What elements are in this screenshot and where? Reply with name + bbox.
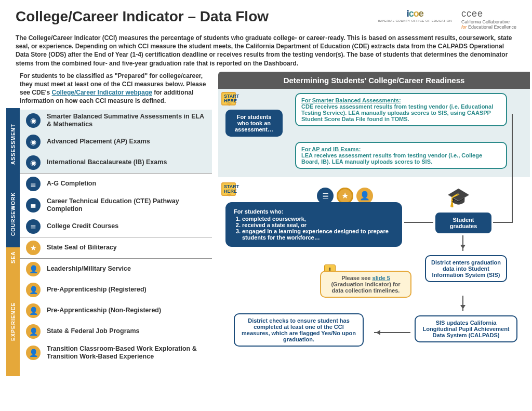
intro-paragraph: The College/Career Indicator (CCI) measu… — [0, 34, 532, 72]
gauge-icon: ◉ — [26, 155, 41, 170]
sba-box: For Smarter Balanced Assessments:CDE rec… — [295, 93, 507, 126]
assessment-label: ASSESSMENT — [6, 108, 20, 181]
gauge-icon: ◉ — [26, 113, 41, 128]
coursework-start-box: For students who: completed coursework, … — [225, 202, 402, 247]
left-intro: For students to be classified as "Prepar… — [20, 72, 212, 105]
list-item: ★State Seal of Biliteracy — [20, 237, 212, 258]
cci-webpage-link[interactable]: College/Career Indicator webpage — [52, 89, 152, 96]
list-item: 👤Leadership/Military Service — [20, 259, 212, 280]
person-icon: 👤 — [26, 283, 41, 297]
start-here-badge: START HERE — [221, 182, 236, 196]
list-item: ◉International Baccalaureate (IB) Exams — [20, 152, 212, 173]
ccee-logo: ccee California Collaborativefor Educati… — [461, 8, 516, 30]
logo-area: icoe IMPERIAL COUNTY OFFICE OF EDUCATION… — [378, 8, 516, 30]
list-item: ≣Career Technical Education (CTE) Pathwa… — [20, 194, 212, 216]
books-icon: ≣ — [317, 188, 334, 204]
start-here-badge: START HERE — [221, 92, 236, 105]
list-item: ≣College Credit Courses — [20, 216, 212, 237]
seal-icon: ★ — [26, 241, 41, 255]
assessment-start-box: For students who took an assessment… — [225, 110, 283, 137]
list-item: 👤Transition Classroom-Based Work Explora… — [20, 342, 212, 364]
person-icon: 👤 — [26, 303, 41, 318]
determining-header: Determining Students' College/Career Rea… — [218, 72, 530, 89]
arrow-down-icon — [462, 235, 463, 251]
books-icon: ≣ — [26, 198, 41, 213]
student-graduates-box: Student graduates — [435, 213, 491, 233]
sis-updates-box: SIS updates California Longitudinal Pupi… — [415, 315, 517, 342]
arrow-down-icon — [462, 296, 463, 311]
list-item: 👤Pre-Apprenticeship (Non-Registered) — [20, 300, 212, 321]
person-icon: 👤 — [26, 346, 41, 360]
page-title: College/Career Indicator – Data Flow — [16, 8, 378, 25]
ap-ib-box: For AP and IB Exams:LEA receives assessm… — [295, 142, 507, 169]
list-item: ◉Advanced Placement (AP) Exams — [20, 131, 212, 152]
seal-icon: ★ — [337, 188, 353, 204]
warning-box: Please see slide 5 (Graduation Indicator… — [320, 271, 411, 298]
experience-label: EXPERIENCE — [6, 267, 20, 376]
person-icon: 👤 — [356, 188, 373, 204]
connector-line — [512, 114, 513, 223]
list-item: 👤State & Federal Job Programs — [20, 321, 212, 342]
diploma-icon: 🎓 — [447, 187, 470, 208]
list-item: 👤Pre-Apprenticeship (Registered) — [20, 280, 212, 300]
connector-line — [404, 222, 433, 223]
books-icon: ≣ — [26, 219, 41, 234]
district-checks-box: District checks to ensure student has co… — [234, 313, 364, 347]
list-item: ≣A-G Completion — [20, 174, 212, 194]
person-icon: 👤 — [26, 324, 41, 339]
arrow-left-icon — [374, 332, 410, 333]
district-enters-box: District enters graduation data into Stu… — [425, 255, 507, 282]
coursework-label: COURSEWORK — [6, 181, 20, 247]
connector-line — [493, 222, 512, 223]
seal-label: SEA — [6, 247, 20, 267]
gauge-icon: ◉ — [26, 135, 41, 149]
list-item: ◉Smarter Balanced Summative Assessments … — [20, 110, 212, 131]
icoe-logo: icoe IMPERIAL COUNTY OFFICE OF EDUCATION — [378, 8, 452, 22]
person-icon: 👤 — [26, 262, 41, 276]
slide5-link[interactable]: slide 5 — [373, 275, 390, 281]
flow-icons: ≣ ★ 👤 — [317, 188, 373, 204]
books-icon: ≣ — [26, 177, 41, 191]
